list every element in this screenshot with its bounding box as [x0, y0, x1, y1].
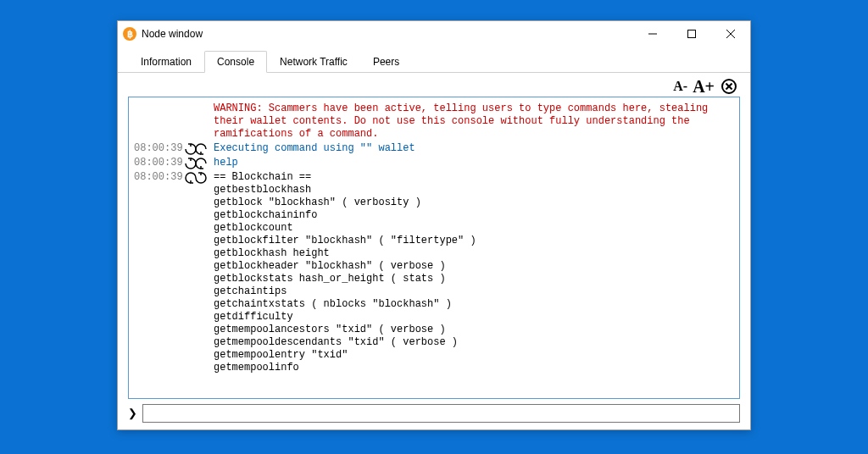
font-decrease-button[interactable]: A- — [671, 80, 689, 93]
console-row: 08:00:39 Executing command using "" wall… — [134, 142, 734, 155]
window-controls — [633, 21, 750, 47]
tab-peers[interactable]: Peers — [360, 51, 412, 73]
font-increase-button[interactable]: A+ — [691, 78, 716, 95]
bitcoin-icon: ฿ — [123, 27, 136, 41]
font-controls: A- A+ — [128, 76, 740, 97]
console-output[interactable]: 00:00:00 WARNING: Scammers have been act… — [129, 97, 739, 398]
console-output-frame: 00:00:00 WARNING: Scammers have been act… — [128, 97, 740, 399]
request-icon — [185, 142, 214, 155]
request-icon — [185, 157, 214, 169]
prompt-icon: ❯ — [128, 406, 137, 421]
timestamp: 08:00:39 — [134, 157, 185, 169]
response-icon — [185, 171, 214, 184]
tab-network-traffic[interactable]: Network Traffic — [267, 51, 360, 73]
window-title: Node window — [142, 28, 203, 40]
svg-rect-1 — [688, 30, 696, 38]
minimize-button[interactable] — [633, 21, 672, 47]
titlebar: ฿ Node window — [118, 21, 750, 47]
console-input-row: ❯ — [118, 399, 750, 429]
timestamp: 08:00:39 — [134, 171, 185, 184]
tab-information[interactable]: Information — [128, 51, 204, 73]
tab-console[interactable]: Console — [204, 51, 267, 73]
console-row: 08:00:39 == Blockchain == getbestblockha… — [134, 171, 734, 374]
tabs: Information Console Network Traffic Peer… — [118, 47, 750, 73]
console-panel: A- A+ 00:00:00 WARNING: Scammers have be… — [118, 73, 750, 399]
console-row: 08:00:39 help — [134, 157, 734, 169]
clear-console-button[interactable] — [721, 79, 737, 94]
maximize-button[interactable] — [672, 21, 711, 47]
timestamp: 08:00:39 — [134, 142, 185, 155]
close-button[interactable] — [711, 21, 750, 47]
node-window: ฿ Node window Information Console Networ… — [117, 20, 751, 430]
console-message: Executing command using "" wallet — [214, 142, 734, 155]
console-message: help — [214, 157, 734, 169]
warning-text: WARNING: Scammers have been active, tell… — [214, 102, 734, 141]
console-message: == Blockchain == getbestblockhash getblo… — [214, 171, 734, 374]
console-input[interactable] — [142, 404, 740, 423]
console-warning-row: 00:00:00 WARNING: Scammers have been act… — [134, 102, 734, 141]
